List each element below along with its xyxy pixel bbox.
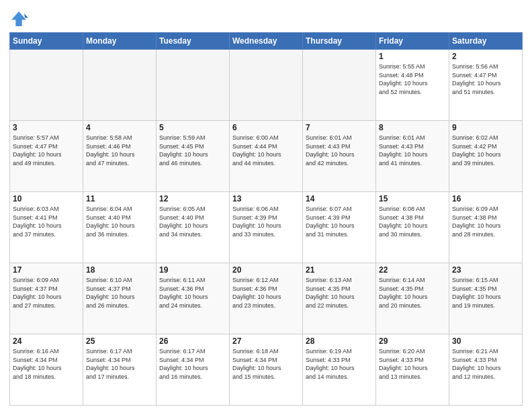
day-number: 20 xyxy=(232,265,300,275)
day-cell: 12Sunrise: 6:05 AM Sunset: 4:40 PM Dayli… xyxy=(157,192,230,263)
day-cell: 18Sunrise: 6:10 AM Sunset: 4:37 PM Dayli… xyxy=(83,263,157,334)
day-number: 5 xyxy=(159,123,226,132)
day-cell: 8Sunrise: 6:01 AM Sunset: 4:43 PM Daylig… xyxy=(376,121,449,192)
day-cell xyxy=(230,50,303,121)
day-cell: 20Sunrise: 6:12 AM Sunset: 4:36 PM Dayli… xyxy=(230,263,303,334)
weekday-header-sunday: Sunday xyxy=(10,33,83,50)
day-cell: 14Sunrise: 6:07 AM Sunset: 4:39 PM Dayli… xyxy=(303,192,376,263)
day-number: 22 xyxy=(379,265,446,275)
day-cell: 23Sunrise: 6:15 AM Sunset: 4:35 PM Dayli… xyxy=(449,263,523,334)
day-cell: 25Sunrise: 6:17 AM Sunset: 4:34 PM Dayli… xyxy=(83,334,157,406)
logo-icon xyxy=(9,9,28,28)
day-cell: 16Sunrise: 6:09 AM Sunset: 4:38 PM Dayli… xyxy=(449,192,523,263)
day-cell xyxy=(83,50,157,121)
day-info: Sunrise: 5:58 AM Sunset: 4:46 PM Dayligh… xyxy=(86,134,153,167)
day-cell xyxy=(10,50,83,121)
day-info: Sunrise: 6:12 AM Sunset: 4:36 PM Dayligh… xyxy=(232,276,300,310)
day-number: 23 xyxy=(452,265,519,275)
day-number: 2 xyxy=(452,52,519,61)
week-row-1: 1Sunrise: 5:55 AM Sunset: 4:48 PM Daylig… xyxy=(10,50,523,121)
day-number: 17 xyxy=(13,265,80,275)
day-info: Sunrise: 5:56 AM Sunset: 4:47 PM Dayligh… xyxy=(452,62,519,96)
weekday-header-thursday: Thursday xyxy=(303,33,376,50)
day-info: Sunrise: 6:21 AM Sunset: 4:33 PM Dayligh… xyxy=(452,347,519,381)
weekday-header-monday: Monday xyxy=(83,33,157,50)
day-info: Sunrise: 6:01 AM Sunset: 4:43 PM Dayligh… xyxy=(306,134,373,167)
day-number: 30 xyxy=(452,336,519,346)
day-cell: 27Sunrise: 6:18 AM Sunset: 4:34 PM Dayli… xyxy=(230,334,303,406)
svg-marker-1 xyxy=(24,13,28,17)
day-number: 16 xyxy=(452,194,519,203)
day-cell: 6Sunrise: 6:00 AM Sunset: 4:44 PM Daylig… xyxy=(230,121,303,192)
day-cell: 4Sunrise: 5:58 AM Sunset: 4:46 PM Daylig… xyxy=(83,121,157,192)
day-info: Sunrise: 6:11 AM Sunset: 4:36 PM Dayligh… xyxy=(159,276,226,310)
day-number: 9 xyxy=(452,123,519,132)
day-info: Sunrise: 6:13 AM Sunset: 4:35 PM Dayligh… xyxy=(306,276,373,310)
day-number: 8 xyxy=(379,123,446,132)
day-number: 26 xyxy=(159,336,226,346)
day-cell: 30Sunrise: 6:21 AM Sunset: 4:33 PM Dayli… xyxy=(449,334,523,406)
day-cell: 5Sunrise: 5:59 AM Sunset: 4:45 PM Daylig… xyxy=(157,121,230,192)
header xyxy=(9,7,523,28)
day-cell: 10Sunrise: 6:03 AM Sunset: 4:41 PM Dayli… xyxy=(10,192,83,263)
day-number: 25 xyxy=(86,336,153,346)
day-number: 14 xyxy=(306,194,373,203)
day-cell: 21Sunrise: 6:13 AM Sunset: 4:35 PM Dayli… xyxy=(303,263,376,334)
day-number: 12 xyxy=(159,194,226,203)
day-number: 1 xyxy=(379,52,446,61)
weekday-header-friday: Friday xyxy=(376,33,449,50)
weekday-header-saturday: Saturday xyxy=(449,33,523,50)
week-row-5: 24Sunrise: 6:16 AM Sunset: 4:34 PM Dayli… xyxy=(10,334,523,406)
weekday-header-wednesday: Wednesday xyxy=(230,33,303,50)
day-cell: 19Sunrise: 6:11 AM Sunset: 4:36 PM Dayli… xyxy=(157,263,230,334)
day-info: Sunrise: 6:18 AM Sunset: 4:34 PM Dayligh… xyxy=(232,347,300,381)
day-info: Sunrise: 6:06 AM Sunset: 4:39 PM Dayligh… xyxy=(232,205,300,238)
svg-marker-0 xyxy=(11,11,26,26)
day-cell: 22Sunrise: 6:14 AM Sunset: 4:35 PM Dayli… xyxy=(376,263,449,334)
day-info: Sunrise: 5:59 AM Sunset: 4:45 PM Dayligh… xyxy=(159,134,226,167)
day-info: Sunrise: 6:09 AM Sunset: 4:37 PM Dayligh… xyxy=(13,276,80,310)
weekday-header-tuesday: Tuesday xyxy=(157,33,230,50)
day-info: Sunrise: 6:00 AM Sunset: 4:44 PM Dayligh… xyxy=(232,134,300,167)
day-number: 15 xyxy=(379,194,446,203)
day-number: 13 xyxy=(232,194,300,203)
day-number: 27 xyxy=(232,336,300,346)
day-info: Sunrise: 6:16 AM Sunset: 4:34 PM Dayligh… xyxy=(13,347,80,381)
weekday-header-row: SundayMondayTuesdayWednesdayThursdayFrid… xyxy=(10,33,523,50)
day-cell: 24Sunrise: 6:16 AM Sunset: 4:34 PM Dayli… xyxy=(10,334,83,406)
day-number: 28 xyxy=(306,336,373,346)
calendar: SundayMondayTuesdayWednesdayThursdayFrid… xyxy=(9,32,523,406)
day-info: Sunrise: 6:01 AM Sunset: 4:43 PM Dayligh… xyxy=(379,134,446,167)
day-cell xyxy=(303,50,376,121)
day-info: Sunrise: 6:02 AM Sunset: 4:42 PM Dayligh… xyxy=(452,134,519,167)
day-number: 24 xyxy=(13,336,80,346)
day-info: Sunrise: 6:17 AM Sunset: 4:34 PM Dayligh… xyxy=(159,347,226,381)
day-number: 11 xyxy=(86,194,153,203)
day-cell: 17Sunrise: 6:09 AM Sunset: 4:37 PM Dayli… xyxy=(10,263,83,334)
day-number: 10 xyxy=(13,194,80,203)
day-cell: 28Sunrise: 6:19 AM Sunset: 4:33 PM Dayli… xyxy=(303,334,376,406)
week-row-4: 17Sunrise: 6:09 AM Sunset: 4:37 PM Dayli… xyxy=(10,263,523,334)
day-cell: 26Sunrise: 6:17 AM Sunset: 4:34 PM Dayli… xyxy=(157,334,230,406)
day-number: 21 xyxy=(306,265,373,275)
day-info: Sunrise: 5:55 AM Sunset: 4:48 PM Dayligh… xyxy=(379,62,446,96)
day-cell: 29Sunrise: 6:20 AM Sunset: 4:33 PM Dayli… xyxy=(376,334,449,406)
week-row-3: 10Sunrise: 6:03 AM Sunset: 4:41 PM Dayli… xyxy=(10,192,523,263)
day-info: Sunrise: 6:20 AM Sunset: 4:33 PM Dayligh… xyxy=(379,347,446,381)
day-cell: 1Sunrise: 5:55 AM Sunset: 4:48 PM Daylig… xyxy=(376,50,449,121)
logo xyxy=(9,9,31,28)
week-row-2: 3Sunrise: 5:57 AM Sunset: 4:47 PM Daylig… xyxy=(10,121,523,192)
day-info: Sunrise: 6:10 AM Sunset: 4:37 PM Dayligh… xyxy=(86,276,153,310)
day-cell: 15Sunrise: 6:08 AM Sunset: 4:38 PM Dayli… xyxy=(376,192,449,263)
day-info: Sunrise: 6:03 AM Sunset: 4:41 PM Dayligh… xyxy=(13,205,80,238)
day-cell: 7Sunrise: 6:01 AM Sunset: 4:43 PM Daylig… xyxy=(303,121,376,192)
day-info: Sunrise: 6:04 AM Sunset: 4:40 PM Dayligh… xyxy=(86,205,153,238)
day-cell xyxy=(157,50,230,121)
day-number: 29 xyxy=(379,336,446,346)
day-number: 19 xyxy=(159,265,226,275)
day-cell: 9Sunrise: 6:02 AM Sunset: 4:42 PM Daylig… xyxy=(449,121,523,192)
day-number: 7 xyxy=(306,123,373,132)
day-info: Sunrise: 6:08 AM Sunset: 4:38 PM Dayligh… xyxy=(379,205,446,238)
day-info: Sunrise: 6:14 AM Sunset: 4:35 PM Dayligh… xyxy=(379,276,446,310)
day-cell: 11Sunrise: 6:04 AM Sunset: 4:40 PM Dayli… xyxy=(83,192,157,263)
